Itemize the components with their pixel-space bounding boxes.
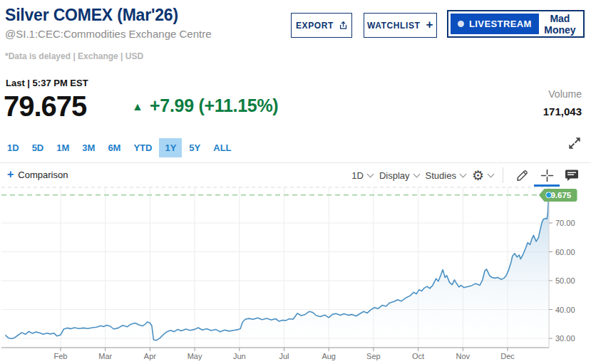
- price-area: [6, 195, 549, 348]
- up-triangle-icon: ▲: [132, 100, 143, 113]
- chart-settings-dropdown[interactable]: ⚙: [472, 169, 493, 182]
- x-tick-label: Jun: [233, 352, 246, 360]
- range-tab-3m[interactable]: 3M: [76, 138, 101, 157]
- data-delayed-note: *Data is delayed | Exchange | USD: [5, 51, 143, 61]
- y-tick-label: 70.00: [555, 219, 575, 227]
- chart-tools: 1D Display Studies ⚙: [351, 165, 581, 186]
- crosshair-icon: [540, 169, 554, 182]
- x-tick-label: Nov: [456, 352, 471, 360]
- y-tick-label: 50.00: [555, 276, 575, 285]
- comparison-label: Comparison: [18, 170, 68, 180]
- range-tab-all[interactable]: ALL: [207, 138, 237, 157]
- interval-value: 1D: [351, 170, 364, 181]
- mad-money-button[interactable]: Mad Money: [539, 14, 581, 34]
- y-tick-label: 30.00: [555, 334, 575, 343]
- range-tab-1y[interactable]: 1Y: [159, 138, 182, 157]
- range-tab-1m[interactable]: 1M: [51, 138, 75, 157]
- quote-page: Silver COMEX (Mar'26) @SI.1:CEC:Commodit…: [0, 0, 591, 364]
- last-timestamp: Last | 5:37 PM EST: [6, 78, 88, 88]
- volume-value: 171,043: [543, 105, 582, 118]
- crosshair-tool-button[interactable]: [538, 166, 556, 184]
- last-price: 79.675: [4, 90, 86, 123]
- page-title: Silver COMEX (Mar'26): [5, 6, 178, 25]
- display-dropdown[interactable]: Display: [379, 170, 419, 181]
- x-tick-label: Oct: [412, 352, 424, 360]
- fullscreen-expand-icon[interactable]: [567, 135, 582, 151]
- gear-icon: ⚙: [472, 169, 484, 182]
- x-tick-label: Mar: [98, 352, 112, 360]
- watchlist-button[interactable]: WATCHLIST +: [364, 13, 437, 38]
- chevron-down-icon: [488, 170, 495, 177]
- export-icon: [339, 20, 347, 31]
- plus-icon: +: [426, 18, 433, 32]
- mad-money-label: Mad Money: [543, 13, 577, 36]
- x-tick-label: Jul: [279, 352, 289, 360]
- chevron-down-icon: [367, 170, 374, 177]
- volume-label: Volume: [548, 88, 582, 100]
- section-divider: [0, 162, 591, 163]
- range-tab-6m[interactable]: 6M: [102, 138, 126, 157]
- x-tick-label: Apr: [144, 352, 156, 360]
- range-tab-1d[interactable]: 1D: [1, 138, 25, 157]
- price-chart[interactable]: 30.0040.0050.0060.0070.00FebMarAprMayJun…: [0, 185, 591, 364]
- livestream-button[interactable]: LIVESTREAM: [451, 14, 539, 34]
- draw-tool-button[interactable]: [513, 166, 531, 184]
- export-button-label: EXPORT: [296, 21, 334, 31]
- plus-icon: +: [7, 169, 14, 180]
- x-tick-label: Dec: [500, 352, 515, 360]
- price-change: +7.99 (+11.15%): [150, 95, 278, 116]
- comments-button[interactable]: [562, 166, 581, 184]
- add-comparison-button[interactable]: + Comparison: [7, 169, 68, 180]
- range-tab-5y[interactable]: 5Y: [183, 138, 206, 157]
- y-tick-label: 60.00: [555, 248, 575, 256]
- livestream-button-label: LIVESTREAM: [469, 19, 532, 29]
- chevron-down-icon: [460, 170, 467, 177]
- x-tick-label: May: [187, 352, 202, 360]
- x-tick-label: Sep: [366, 352, 381, 360]
- chat-icon: [565, 169, 579, 182]
- export-button[interactable]: EXPORT: [291, 13, 352, 38]
- x-tick-label: Aug: [322, 352, 336, 360]
- studies-dropdown[interactable]: Studies: [426, 170, 466, 181]
- price-chart-svg: 30.0040.0050.0060.0070.00FebMarAprMayJun…: [0, 185, 591, 364]
- x-tick-label: Feb: [54, 352, 68, 360]
- range-tab-ytd[interactable]: YTD: [128, 138, 158, 157]
- toolbar-divider: [503, 167, 503, 183]
- chevron-down-icon: [413, 170, 420, 177]
- range-tabs: 1D 5D 1M 3M 6M YTD 1Y 5Y ALL: [1, 138, 237, 157]
- pencil-icon: [515, 169, 529, 182]
- studies-label: Studies: [426, 170, 456, 181]
- watchlist-button-label: WATCHLIST: [367, 21, 421, 31]
- interval-dropdown[interactable]: 1D: [351, 170, 373, 181]
- live-dot-icon: [458, 21, 464, 27]
- y-tick-label: 40.00: [555, 306, 575, 314]
- last-price-dot: [546, 192, 552, 198]
- symbol-subtitle: @SI.1:CEC:Commodities Exchange Centre: [5, 28, 212, 40]
- livestream-madmoney-group: LIVESTREAM Mad Money: [447, 10, 585, 38]
- range-tab-5d[interactable]: 5D: [26, 138, 50, 157]
- chart-toolbar: + Comparison 1D Display Studies ⚙: [0, 165, 591, 186]
- display-label: Display: [379, 170, 410, 181]
